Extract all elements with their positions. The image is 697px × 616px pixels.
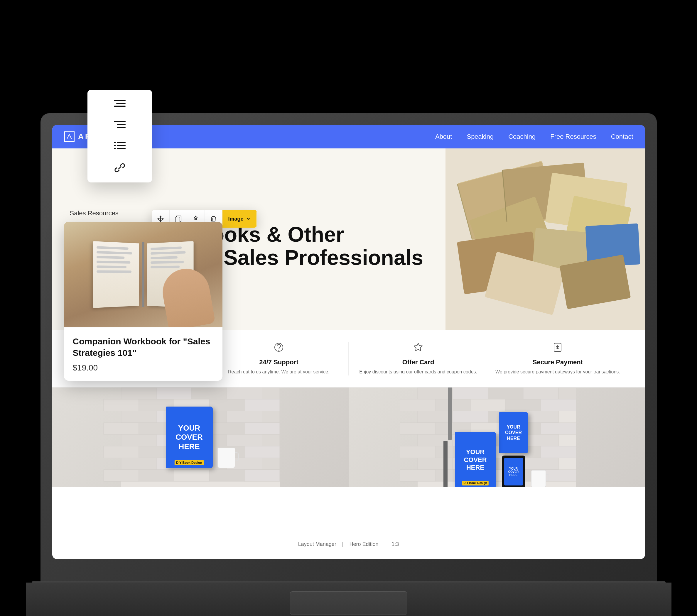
svg-rect-72 xyxy=(541,399,576,411)
feature-payment: Secure Payment We provide secure payment… xyxy=(488,342,627,375)
menu-lines-icon[interactable] xyxy=(93,99,146,108)
product-card-floating[interactable]: Companion Workbook for "Sales Strategies… xyxy=(64,222,222,381)
book-hand-visual xyxy=(64,222,222,327)
chevron-down-icon xyxy=(246,216,251,221)
svg-rect-111 xyxy=(117,148,125,149)
svg-rect-103 xyxy=(114,121,125,122)
page-line xyxy=(96,270,131,273)
svg-rect-24 xyxy=(192,388,227,399)
svg-rect-51 xyxy=(244,446,280,458)
offer-icon xyxy=(413,342,424,355)
trackpad[interactable] xyxy=(290,591,407,615)
small-cover-line2: COVER xyxy=(505,430,522,435)
nav-link-about[interactable]: About xyxy=(435,133,452,140)
svg-rect-31 xyxy=(244,399,280,411)
page-line xyxy=(150,256,177,259)
offer-desc: Enjoy discounts using our offer cards an… xyxy=(359,369,477,375)
product-card-info: Companion Workbook for "Sales Strategies… xyxy=(64,327,222,381)
svg-rect-63 xyxy=(418,388,453,399)
product-title: Companion Workbook for "Sales Strategies… xyxy=(73,335,214,359)
book-cover-large: YOUR COVER HERE DIY Book Design xyxy=(166,407,213,468)
product-card-1[interactable]: YOUR COVER HERE DIY Book Design xyxy=(52,388,348,487)
svg-rect-61 xyxy=(244,470,280,481)
svg-rect-36 xyxy=(262,411,280,423)
products-section: YOUR COVER HERE DIY Book Design xyxy=(52,388,645,487)
page-line xyxy=(150,266,179,268)
svg-point-19 xyxy=(278,350,279,351)
book-cover-main: YOUR COVER HERE DIY Book Design xyxy=(455,432,496,487)
status-divider-2: | xyxy=(384,541,386,547)
status-bar: Layout Manager | Hero Edition | 1:3 xyxy=(298,541,399,547)
page-line xyxy=(150,251,186,255)
mug-decoration xyxy=(218,448,235,468)
kindle-screen: YOURCOVERHERE xyxy=(504,458,523,485)
product-card-2[interactable]: YOUR COVER HERE DIY Book Design xyxy=(348,388,645,487)
svg-rect-58 xyxy=(139,470,174,481)
svg-rect-27 xyxy=(104,399,139,411)
svg-rect-73 xyxy=(418,411,453,423)
laptop-base xyxy=(26,583,671,616)
svg-rect-100 xyxy=(114,100,125,101)
svg-rect-107 xyxy=(117,142,125,143)
book-spine xyxy=(142,242,144,307)
page-line xyxy=(96,266,126,268)
book-title-line1: YOUR xyxy=(178,424,200,433)
svg-rect-91 xyxy=(418,458,453,470)
status-layout-manager: Layout Manager xyxy=(298,541,336,547)
svg-rect-106 xyxy=(114,142,116,143)
nav-link-contact[interactable]: Contact xyxy=(611,133,633,140)
logo-icon xyxy=(64,131,75,142)
support-icon xyxy=(273,342,284,355)
product-card-image-container xyxy=(64,222,222,327)
svg-rect-52 xyxy=(121,458,157,470)
digital-devices: YOUR COVER HERE YOURCOVERHERE xyxy=(499,412,528,487)
svg-rect-57 xyxy=(104,470,139,481)
main-cover-line1: YOUR xyxy=(466,448,485,456)
payment-icon xyxy=(552,342,563,355)
list-bullets-icon[interactable] xyxy=(93,141,146,150)
svg-rect-67 xyxy=(559,388,576,399)
svg-rect-46 xyxy=(262,434,280,446)
svg-rect-105 xyxy=(117,127,125,128)
book-title-line2: COVER xyxy=(176,433,203,442)
svg-rect-23 xyxy=(157,388,192,399)
svg-rect-59 xyxy=(174,470,209,481)
hero-image xyxy=(445,148,645,330)
nav-links: About Speaking Coaching Free Resources C… xyxy=(435,133,633,140)
laptop-shell: APEX About Speaking Coaching Free Resour… xyxy=(41,55,657,583)
diy-badge-2: DIY Book Design xyxy=(462,481,488,485)
nav-link-coaching[interactable]: Coaching xyxy=(508,133,536,140)
svg-rect-86 xyxy=(400,446,435,458)
main-cover-line2: COVER xyxy=(464,456,487,464)
image-dropdown-button[interactable]: Image xyxy=(222,210,257,228)
page-lines-left xyxy=(93,241,139,280)
svg-rect-25 xyxy=(227,388,262,399)
support-title: 24/7 Support xyxy=(259,359,298,366)
svg-rect-22 xyxy=(121,388,157,399)
svg-rect-68 xyxy=(400,399,435,411)
link-chain-icon[interactable] xyxy=(93,162,146,174)
mug-2 xyxy=(531,470,546,487)
svg-rect-42 xyxy=(121,434,157,446)
page-line xyxy=(96,261,130,264)
svg-rect-108 xyxy=(114,145,116,146)
nav-link-speaking[interactable]: Speaking xyxy=(466,133,494,140)
books-stack xyxy=(448,388,452,487)
editor-panel xyxy=(87,90,152,182)
nav-link-free-resources[interactable]: Free Resources xyxy=(550,133,596,140)
feature-offer: Offer Card Enjoy discounts using our off… xyxy=(348,342,488,375)
svg-rect-37 xyxy=(104,423,139,434)
main-cover-line3: HERE xyxy=(466,464,484,471)
support-desc: Reach out to us anytime. We are at your … xyxy=(228,369,329,375)
svg-rect-81 xyxy=(541,423,576,434)
svg-rect-77 xyxy=(400,423,435,434)
status-hero-edition: Hero Edition xyxy=(350,541,379,547)
page-line xyxy=(96,251,132,255)
status-count: 1:3 xyxy=(391,541,399,547)
svg-rect-32 xyxy=(121,411,157,423)
indent-lines-icon[interactable] xyxy=(93,120,146,129)
svg-rect-47 xyxy=(104,446,139,458)
svg-rect-102 xyxy=(114,106,125,107)
svg-marker-0 xyxy=(67,134,72,139)
svg-rect-109 xyxy=(117,145,125,146)
